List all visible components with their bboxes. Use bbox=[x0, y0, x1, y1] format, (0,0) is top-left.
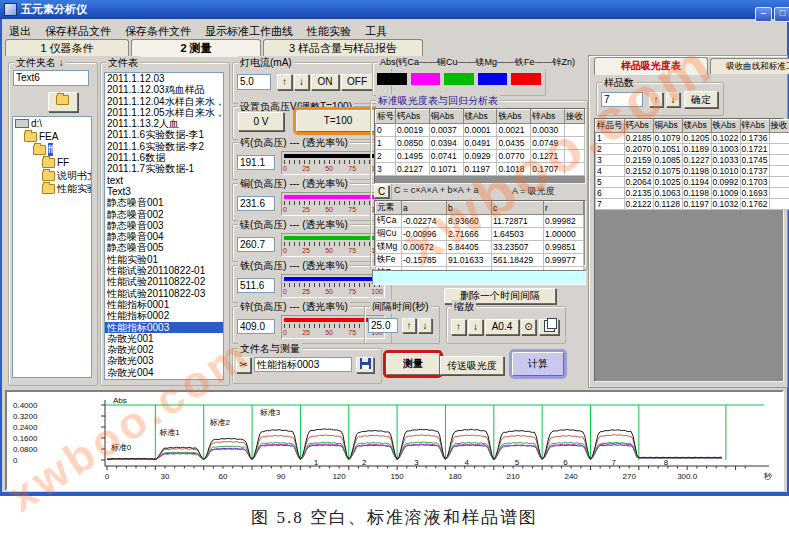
lamp-current-input[interactable]: 5.0 bbox=[237, 74, 271, 90]
t100-button[interactable]: T=100 bbox=[296, 110, 380, 132]
tab-2[interactable]: 2 测量 bbox=[131, 39, 261, 57]
tree-item[interactable]: 性能实验 bbox=[13, 182, 91, 195]
send-abs-button[interactable]: 传送吸光度 bbox=[440, 356, 504, 375]
table-row: 镁Mg0.006725.8440533.235070.99851 bbox=[376, 241, 584, 254]
menu-item[interactable]: 退出 bbox=[2, 24, 38, 39]
interval-input[interactable]: 25.0 bbox=[368, 318, 398, 333]
lamp-current-label: 灯电流(mA) bbox=[238, 56, 294, 70]
tree-item[interactable]: 说明书文件 bbox=[13, 169, 91, 182]
cut-button[interactable]: ✂ bbox=[236, 357, 251, 373]
channel-hv-input[interactable]: 409.0 bbox=[237, 319, 275, 334]
menu-bar: 退出保存样品文件保存条件文件显示标准工作曲线性能实验工具 bbox=[2, 23, 787, 39]
svg-text:标准2: 标准2 bbox=[210, 418, 231, 427]
file-list-item[interactable]: 性能试验20110822-01 bbox=[105, 265, 223, 276]
file-list-item[interactable]: 静态噪音001 bbox=[105, 197, 223, 208]
open-folder-button[interactable] bbox=[48, 92, 78, 112]
svg-text:6: 6 bbox=[563, 458, 568, 467]
lamp-up-button[interactable]: ↑ bbox=[277, 74, 292, 90]
sample-abs-table: 样品号钙Abs铜Abs镁Abs铁Abs锌Abs接收10.21850.10790.… bbox=[595, 119, 783, 210]
menu-item[interactable]: 保存样品文件 bbox=[38, 24, 118, 39]
copy-button[interactable] bbox=[539, 319, 559, 335]
lamp-down-button[interactable]: ↓ bbox=[294, 74, 309, 90]
c-button[interactable]: C bbox=[374, 185, 389, 198]
file-list-item[interactable]: 静态噪音004 bbox=[105, 231, 223, 242]
lamp-on-button[interactable]: ON bbox=[311, 74, 339, 90]
sample-count-label: 样品数 bbox=[602, 76, 636, 90]
file-list-item[interactable]: 静态噪音003 bbox=[105, 220, 223, 231]
zoom-button[interactable]: ↓ bbox=[468, 319, 483, 335]
file-list-item[interactable]: 2011.1.7实验数据-1 bbox=[105, 163, 223, 174]
file-list-item[interactable]: 2011.1.12.03 bbox=[105, 73, 223, 84]
file-list-item[interactable]: 性能指标0001 bbox=[105, 299, 223, 310]
file-list-item[interactable]: 2011.1.12.04水样自来水，饮用 bbox=[105, 96, 223, 107]
folder-icon bbox=[42, 184, 55, 194]
window-title: 五元素分析仪 bbox=[21, 2, 87, 17]
count-down-button[interactable]: ↓ bbox=[666, 92, 680, 107]
calc-button[interactable]: 计算 bbox=[512, 352, 564, 376]
column-header: 样品号 bbox=[596, 120, 625, 133]
scissors-icon: ✂ bbox=[239, 359, 247, 370]
folder-name-input[interactable]: Text6 bbox=[13, 70, 89, 86]
confirm-button[interactable]: 确定 bbox=[684, 91, 718, 108]
channel-hv-input[interactable]: 191.1 bbox=[237, 155, 275, 170]
save-button[interactable] bbox=[356, 357, 374, 373]
interval-up-button[interactable]: ↑ bbox=[402, 318, 416, 333]
file-list-item[interactable]: 性能试验20110822-02 bbox=[105, 276, 223, 287]
file-list-item[interactable]: 性能指标0003 bbox=[105, 322, 223, 333]
file-list-item[interactable]: 性能指标0002 bbox=[105, 310, 223, 321]
file-list-item[interactable]: 杂散光003 bbox=[105, 355, 223, 366]
menu-item[interactable]: 保存条件文件 bbox=[118, 24, 198, 39]
formula-note: A = 吸光度 bbox=[512, 185, 555, 198]
tab-sample-abs[interactable]: 样品吸光度表 bbox=[594, 57, 708, 75]
file-list-item[interactable]: 2011.1.13.2人血 bbox=[105, 118, 223, 129]
count-up-button[interactable]: ↑ bbox=[649, 92, 663, 107]
file-list-item[interactable]: 2011.1.6实验数据-李1 bbox=[105, 129, 223, 140]
menu-item[interactable]: 显示标准工作曲线 bbox=[198, 24, 300, 39]
tab-3[interactable]: 3 样品含量与样品报告 bbox=[263, 39, 423, 56]
tree-item[interactable]: FF bbox=[13, 156, 91, 169]
zero-volt-button[interactable]: 0 V bbox=[238, 112, 284, 131]
tab-curves[interactable]: 吸收曲线和标准工作曲线 bbox=[710, 58, 789, 74]
column-header: 锌Abs bbox=[740, 120, 769, 133]
tree-item[interactable]: d:\ bbox=[13, 117, 91, 130]
file-list-item[interactable]: 2011.1.12.05水样自来水，饮用 bbox=[105, 107, 223, 118]
tree-item[interactable]: FEA bbox=[13, 130, 91, 143]
minimize-button[interactable]: – bbox=[755, 7, 772, 22]
filename-input[interactable]: 性能指标0003 bbox=[254, 357, 352, 372]
file-list-item[interactable]: text bbox=[105, 175, 223, 186]
copy-icon bbox=[544, 320, 555, 332]
file-list-item[interactable]: 杂散光004 bbox=[105, 367, 223, 378]
file-list-item[interactable]: 静态噪音005 bbox=[105, 242, 223, 253]
file-list-item[interactable]: 性能实验01 bbox=[105, 254, 223, 265]
file-list-item[interactable]: 杂散光001 bbox=[105, 333, 223, 344]
measure-button[interactable]: 测量 bbox=[386, 353, 440, 375]
menu-item[interactable]: 性能实验 bbox=[300, 24, 358, 39]
tab-1[interactable]: 1 仪器条件 bbox=[5, 39, 129, 56]
standard-table-panel: 标号钙Abs铜Abs镁Abs铁Abs锌Abs接收00.00190.00370.0… bbox=[374, 108, 586, 184]
zoom-button[interactable]: ⊙ bbox=[521, 319, 536, 335]
svg-text:270: 270 bbox=[623, 472, 637, 481]
zoom-button[interactable]: ↑ bbox=[451, 319, 466, 335]
folder-tree[interactable]: d:\FEAffFF说明书文件性能实验 bbox=[12, 116, 92, 378]
file-list[interactable]: 2011.1.12.032011.1.12.03鸡血样品2011.1.12.04… bbox=[104, 72, 224, 380]
file-list-item[interactable]: 2011.1.6数据 bbox=[105, 152, 223, 163]
channel-hv-input[interactable]: 231.6 bbox=[237, 196, 275, 211]
table-row: 70.21220.11280.11970.10320.1762 bbox=[596, 199, 789, 210]
file-list-item[interactable]: 2011.1.6实验数据-李2 bbox=[105, 141, 223, 152]
file-list-item[interactable]: 2011.1.12.03鸡血样品 bbox=[105, 84, 223, 95]
maximize-button[interactable]: □ bbox=[774, 7, 789, 22]
file-list-item[interactable]: Text3 bbox=[105, 186, 223, 197]
channel-label: 铜(负高压) --- (透光率%) bbox=[238, 177, 350, 191]
file-list-item[interactable]: 性能试验20110822-03 bbox=[105, 288, 223, 299]
file-list-item[interactable]: 静态噪音002 bbox=[105, 209, 223, 220]
table-row: 00.00190.00370.00010.00210.0030 bbox=[376, 124, 585, 137]
channel-hv-input[interactable]: 260.7 bbox=[237, 237, 275, 252]
lamp-off-button[interactable]: OFF bbox=[341, 74, 373, 90]
menu-item[interactable]: 工具 bbox=[358, 24, 394, 39]
file-list-item[interactable]: 杂散光002 bbox=[105, 344, 223, 355]
channel-hv-input[interactable]: 511.6 bbox=[237, 278, 275, 293]
zoom-button[interactable]: A0.4 bbox=[485, 319, 519, 335]
interval-down-button[interactable]: ↓ bbox=[418, 318, 432, 333]
sample-count-input[interactable]: 7 bbox=[601, 92, 643, 107]
tree-item[interactable]: ff bbox=[13, 143, 91, 156]
